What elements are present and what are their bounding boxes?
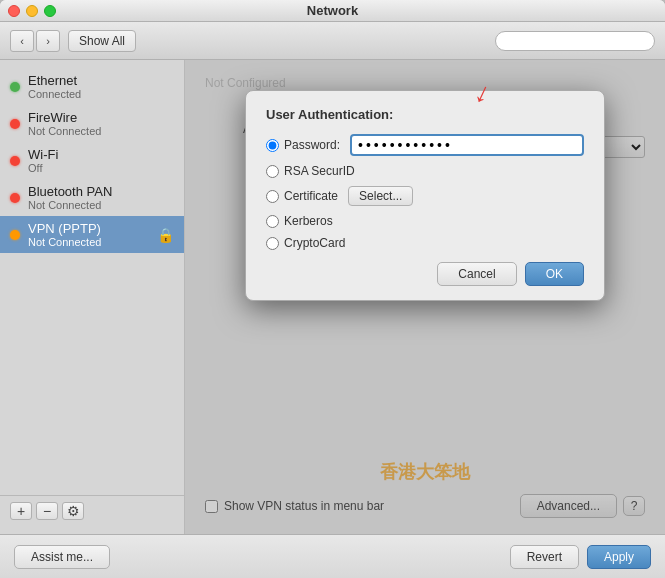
sidebar-item-text-firewire: FireWire Not Connected — [28, 110, 101, 137]
sidebar-item-wifi[interactable]: Wi-Fi Off — [0, 142, 184, 179]
remove-connection-button[interactable]: − — [36, 502, 58, 520]
sidebar-item-ethernet[interactable]: Ethernet Connected — [0, 68, 184, 105]
status-dot-wifi — [10, 156, 20, 166]
sidebar-item-bluetooth[interactable]: Bluetooth PAN Not Connected — [0, 179, 184, 216]
toolbar: ‹ › Show All — [0, 22, 665, 60]
password-row: Password: — [266, 134, 584, 156]
main-content: Ethernet Connected FireWire Not Connecte… — [0, 60, 665, 534]
sidebar-item-firewire[interactable]: FireWire Not Connected — [0, 105, 184, 142]
show-all-button[interactable]: Show All — [68, 30, 136, 52]
close-button[interactable] — [8, 5, 20, 17]
password-input[interactable] — [350, 134, 584, 156]
cryptocard-radio[interactable] — [266, 237, 279, 250]
revert-button[interactable]: Revert — [510, 545, 579, 569]
dialog: ↓ User Authentication: Password: — [245, 90, 605, 301]
sidebar-footer: + − ⚙ — [0, 495, 184, 526]
status-dot-firewire — [10, 119, 20, 129]
cryptocard-radio-label[interactable]: CryptoCard — [266, 236, 345, 250]
forward-button[interactable]: › — [36, 30, 60, 52]
arrow-icon: ↓ — [470, 76, 496, 111]
sidebar: Ethernet Connected FireWire Not Connecte… — [0, 60, 185, 534]
cancel-button[interactable]: Cancel — [437, 262, 516, 286]
lock-icon: 🔒 — [157, 227, 174, 243]
kerberos-radio[interactable] — [266, 215, 279, 228]
password-radio-label[interactable]: Password: — [266, 138, 340, 152]
title-bar: Network — [0, 0, 665, 22]
apply-button[interactable]: Apply — [587, 545, 651, 569]
sidebar-item-text-vpn: VPN (PPTP) Not Connected — [28, 221, 101, 248]
maximize-button[interactable] — [44, 5, 56, 17]
window: Network ‹ › Show All Ethernet Connected — [0, 0, 665, 578]
bottom-bar: Assist me... Revert Apply — [0, 534, 665, 578]
ok-button[interactable]: OK — [525, 262, 584, 286]
sidebar-item-text-bluetooth: Bluetooth PAN Not Connected — [28, 184, 112, 211]
sidebar-item-text-wifi: Wi-Fi Off — [28, 147, 58, 174]
back-button[interactable]: ‹ — [10, 30, 34, 52]
cryptocard-row: CryptoCard — [266, 236, 584, 250]
rsa-row: RSA SecurID — [266, 164, 584, 178]
sidebar-item-text-ethernet: Ethernet Connected — [28, 73, 81, 100]
select-button[interactable]: Select... — [348, 186, 413, 206]
right-panel: Not Configured VPN - Default Account Nam… — [185, 60, 665, 534]
rsa-radio[interactable] — [266, 165, 279, 178]
minimize-button[interactable] — [26, 5, 38, 17]
status-dot-bluetooth — [10, 193, 20, 203]
nav-buttons: ‹ › — [10, 30, 60, 52]
dialog-overlay: ↓ User Authentication: Password: — [185, 60, 665, 534]
rsa-radio-label[interactable]: RSA SecurID — [266, 164, 355, 178]
traffic-lights — [8, 5, 56, 17]
status-dot-vpn — [10, 230, 20, 240]
sidebar-item-vpn[interactable]: VPN (PPTP) Not Connected 🔒 — [0, 216, 184, 253]
search-input[interactable] — [495, 31, 655, 51]
gear-button[interactable]: ⚙ — [62, 502, 84, 520]
certificate-radio[interactable] — [266, 190, 279, 203]
certificate-row: Certificate Select... — [266, 186, 584, 206]
dialog-title: User Authentication: — [266, 107, 584, 122]
assist-button[interactable]: Assist me... — [14, 545, 110, 569]
dialog-buttons: Cancel OK — [266, 262, 584, 286]
password-radio[interactable] — [266, 139, 279, 152]
certificate-radio-label[interactable]: Certificate — [266, 189, 338, 203]
kerberos-radio-label[interactable]: Kerberos — [266, 214, 333, 228]
add-connection-button[interactable]: + — [10, 502, 32, 520]
kerberos-row: Kerberos — [266, 214, 584, 228]
window-title: Network — [307, 3, 358, 18]
status-dot-ethernet — [10, 82, 20, 92]
